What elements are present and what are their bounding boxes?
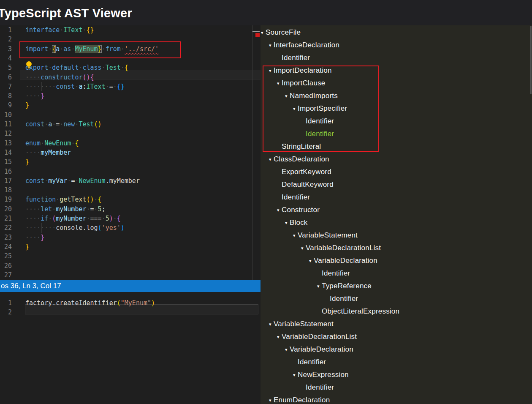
tree-node[interactable]: ▾VariableStatement — [261, 318, 532, 330]
tree-node[interactable]: ▾ImportSpecifier — [261, 102, 532, 115]
code-line[interactable]: } — [25, 157, 29, 167]
code-token: · — [102, 64, 106, 71]
expand-arrow-icon[interactable]: ▾ — [285, 93, 290, 99]
code-line[interactable]: const·myVar·=·NewEnum.myMember — [25, 176, 140, 186]
expand-arrow-icon[interactable]: ▾ — [285, 347, 290, 352]
tree-node[interactable]: ▾Block — [261, 216, 532, 229]
code-line[interactable]: function·getText()·{ — [25, 195, 102, 204]
tree-node[interactable]: ▾TypeReference — [261, 280, 532, 292]
code-token: getText — [60, 196, 86, 203]
code-line[interactable]: } — [25, 242, 29, 251]
code-token: { — [98, 196, 102, 203]
tree-node[interactable]: ▾SourceFile — [261, 26, 532, 39]
code-line[interactable]: ····let·myNumber·=·5; — [25, 205, 106, 214]
code-token: .myMember — [106, 177, 140, 185]
line-number: 7 — [0, 82, 12, 91]
tree-node[interactable]: ▾ImportDeclaration — [261, 64, 532, 77]
line-number: 8 — [0, 91, 12, 101]
expand-arrow-icon[interactable]: ▾ — [277, 81, 282, 86]
expand-arrow-icon[interactable]: ▾ — [269, 322, 274, 327]
tree-node[interactable]: Identifier — [261, 381, 532, 394]
expand-arrow-icon[interactable]: ▾ — [277, 207, 282, 213]
tree-node[interactable]: ▾NamedImports — [261, 90, 532, 102]
tree-node[interactable]: Identifier — [261, 128, 532, 140]
tree-node[interactable]: ▾Constructor — [261, 204, 532, 216]
code-line[interactable]: ····if·(myNumber·===·5)·{ — [25, 214, 121, 223]
expand-arrow-icon[interactable]: ▾ — [277, 334, 282, 340]
code-line[interactable]: export·default·class·Test·{ — [25, 63, 128, 72]
tree-node[interactable]: Identifier — [261, 356, 532, 369]
tree-node-label: Identifier — [298, 358, 326, 366]
factory-code-editor[interactable]: 12 factory.createIdentifier("MyEnum") — [0, 292, 261, 404]
expand-arrow-icon[interactable]: ▾ — [301, 246, 306, 251]
tree-node[interactable]: ▾VariableDeclarationList — [261, 330, 532, 343]
tree-node[interactable]: ▾ImportClause — [261, 77, 532, 90]
tree-node[interactable]: Identifier — [261, 52, 532, 64]
code-token: const — [25, 177, 44, 185]
tree-node[interactable]: ObjectLiteralExpression — [261, 305, 532, 318]
tree-node[interactable]: ExportKeyword — [261, 166, 532, 178]
tree-node[interactable]: ▾InterfaceDeclaration — [261, 39, 532, 52]
overview-ruler-divider — [252, 25, 252, 280]
code-line[interactable]: const·a·=·new·Test() — [25, 120, 102, 129]
line-number: 27 — [0, 270, 12, 280]
code-line[interactable]: ····myMember — [25, 148, 71, 157]
code-token: · — [121, 64, 125, 71]
expand-arrow-icon[interactable]: ▾ — [317, 284, 322, 289]
expand-arrow-icon[interactable]: ▾ — [269, 398, 274, 403]
line-number: 3 — [0, 44, 12, 54]
code-line[interactable]: interface·IText·{} — [25, 25, 94, 35]
code-token: 'yes' — [102, 224, 121, 232]
ast-tree-list: ▾SourceFile▾InterfaceDeclarationIdentifi… — [261, 26, 532, 404]
tree-node[interactable]: Identifier — [261, 191, 532, 204]
line-number: 15 — [0, 157, 12, 167]
code-line[interactable]: ····constructor(){ — [25, 73, 94, 82]
tree-node[interactable]: ▾VariableDeclarationList — [261, 242, 532, 254]
code-token: NewEnum — [44, 139, 71, 147]
code-token: import — [25, 45, 48, 53]
code-line[interactable]: import·{a·as·MyEnum}·from·'../src/' — [25, 44, 159, 54]
tree-node[interactable]: ▾VariableStatement — [261, 229, 532, 242]
expand-arrow-icon[interactable]: ▾ — [285, 220, 290, 226]
code-token: · — [106, 83, 109, 90]
tree-node[interactable]: DefaultKeyword — [261, 178, 532, 191]
code-line[interactable]: ········const·a:IText·=·{} — [25, 82, 125, 91]
code-line[interactable]: factory.createIdentifier("MyEnum") — [25, 298, 155, 308]
tree-node[interactable]: Identifier — [261, 267, 532, 280]
code-token: console.log — [56, 224, 98, 232]
tree-node[interactable]: ▾ClassDeclaration — [261, 153, 532, 166]
code-token: { — [117, 215, 121, 222]
line-number: 24 — [0, 242, 12, 251]
code-editor[interactable]: 1234567891011121314151617181920212223242… — [0, 25, 261, 280]
tree-node[interactable]: ▾VariableDeclaration — [261, 343, 532, 356]
code-token: as — [63, 45, 71, 53]
code-line[interactable]: ····} — [25, 233, 44, 242]
lightbulb-icon[interactable] — [26, 61, 32, 69]
indent-guide — [41, 82, 41, 91]
tree-node[interactable]: Identifier — [261, 292, 532, 305]
tree-node-label: Identifier — [306, 383, 334, 392]
expand-arrow-icon[interactable]: ▾ — [293, 233, 298, 238]
expand-arrow-icon[interactable]: ▾ — [261, 30, 266, 35]
code-token: · — [87, 205, 90, 213]
code-line[interactable]: ········console.log('yes') — [25, 223, 125, 232]
line-number: 12 — [0, 129, 12, 138]
tree-node[interactable]: StringLiteral — [261, 140, 532, 153]
tree-node[interactable]: ▾VariableDeclaration — [261, 254, 532, 267]
tree-node[interactable]: ▾EnumDeclaration — [261, 394, 532, 404]
expand-arrow-icon[interactable]: ▾ — [293, 372, 298, 378]
expand-arrow-icon[interactable]: ▾ — [269, 157, 274, 162]
code-token: ···· — [25, 92, 41, 100]
expand-arrow-icon[interactable]: ▾ — [269, 43, 274, 48]
code-token: (){ — [82, 74, 94, 81]
code-line[interactable]: enum·NewEnum·{ — [25, 139, 79, 148]
tree-node[interactable]: ▾NewExpression — [261, 369, 532, 381]
expand-arrow-icon[interactable]: ▾ — [269, 68, 274, 74]
expand-arrow-icon[interactable]: ▾ — [293, 106, 298, 112]
code-line[interactable]: ····} — [25, 91, 44, 101]
tree-scrollbar[interactable] — [530, 26, 532, 94]
code-token: interface — [25, 26, 60, 34]
tree-node[interactable]: Identifier — [261, 115, 532, 128]
expand-arrow-icon[interactable]: ▾ — [309, 258, 314, 264]
code-line[interactable]: } — [25, 101, 29, 110]
